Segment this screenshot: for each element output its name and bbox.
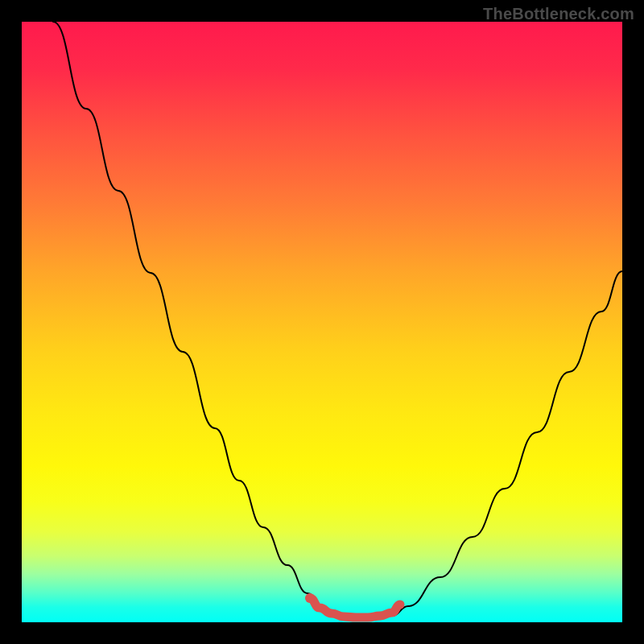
highlight-segment: [310, 598, 400, 617]
highlight-start-dot: [305, 593, 315, 603]
watermark-text: TheBottleneck.com: [483, 5, 634, 23]
chart-svg: [22, 22, 622, 622]
bottleneck-curve: [53, 22, 622, 617]
